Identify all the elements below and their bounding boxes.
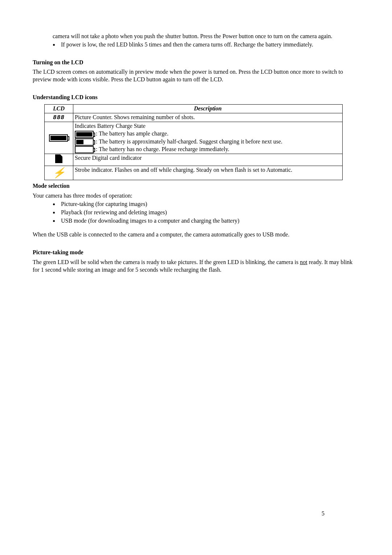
table-row: ⚡ Strobe indicator. Flashes on and off w… — [45, 166, 343, 180]
list-item: Playback (for reviewing and deleting ima… — [59, 209, 359, 216]
mode-selection-list: Picture-taking (for capturing images) Pl… — [33, 200, 359, 224]
picture-taking-body: The green LED will be solid when the cam… — [33, 259, 359, 274]
table-row: 888 Picture Counter. Shows remaining num… — [45, 113, 343, 122]
heading-picture-taking: Picture-taking mode — [33, 249, 359, 256]
heading-mode-selection: Mode selection — [33, 182, 359, 190]
sd-card-icon — [55, 154, 62, 163]
strobe-desc: Strobe indicator. Flashes on and off whi… — [73, 166, 343, 180]
table-row: Indicates Battery Charge State : The bat… — [45, 122, 343, 154]
battery-half-text: : The battery is approximately half-char… — [94, 138, 282, 145]
list-item: Picture-taking (for capturing images) — [59, 200, 359, 208]
battery-empty-text: : The battery has no charge. Please rech… — [94, 146, 229, 152]
header-description: Description — [73, 104, 343, 113]
battery-full-icon — [75, 131, 94, 138]
mode-selection-after: When the USB cable is connected to the c… — [33, 231, 359, 239]
battery-empty-icon — [75, 146, 94, 153]
strobe-icon: ⚡ — [53, 167, 65, 178]
intro-continuation: camera will not take a photo when you pu… — [53, 33, 359, 40]
battery-desc-cell: Indicates Battery Charge State : The bat… — [73, 122, 343, 154]
picture-counter-icon: 888 — [53, 114, 65, 121]
battery-full-text: : The battery has ample charge. — [94, 130, 168, 137]
list-item: USB mode (for downloading images to a co… — [59, 217, 359, 225]
heading-understanding: Understanding LCD icons — [33, 94, 359, 101]
intro-bullets: If power is low, the red LED blinks 5 ti… — [33, 41, 359, 49]
battery-half-icon — [75, 138, 94, 146]
picture-counter-desc: Picture Counter. Shows remaining number … — [73, 113, 343, 122]
heading-turning-lcd: Turning on the LCD — [33, 59, 359, 66]
mode-selection-intro: Your camera has three modes of operation… — [33, 192, 359, 200]
table-row: Secure Digital card indicator — [45, 154, 343, 166]
battery-full-icon — [49, 134, 68, 142]
intro-text: camera will not take a photo when you pu… — [53, 33, 332, 39]
not-underlined: not — [300, 259, 307, 265]
turning-lcd-body: The LCD screen comes on automatically in… — [33, 68, 359, 84]
header-lcd: LCD — [45, 104, 73, 113]
battery-title: Indicates Battery Charge State — [75, 122, 341, 130]
intro-bullet-power-low: If power is low, the red LED blinks 5 ti… — [59, 41, 359, 49]
table-header-row: LCD Description — [45, 104, 343, 113]
sd-desc: Secure Digital card indicator — [73, 154, 343, 166]
page-number: 5 — [322, 510, 324, 518]
lcd-icons-table: LCD Description 888 Picture Counter. Sho… — [44, 104, 343, 181]
